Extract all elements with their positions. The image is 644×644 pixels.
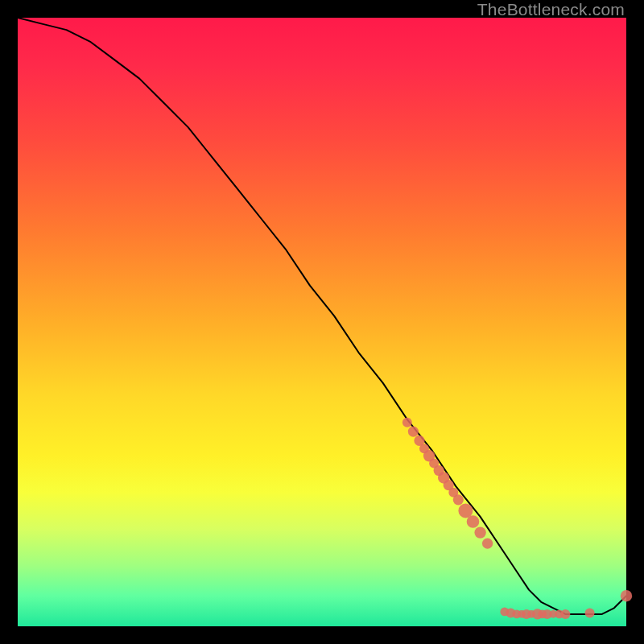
chart-svg: [18, 18, 626, 626]
scatter-markers: [402, 418, 632, 620]
scatter-marker: [482, 539, 493, 549]
scatter-marker: [467, 515, 480, 528]
scatter-marker: [402, 418, 412, 427]
chart-stage: TheBottleneck.com: [0, 0, 644, 644]
scatter-marker: [621, 590, 632, 601]
scatter-marker: [458, 503, 473, 518]
scatter-marker: [560, 609, 570, 619]
scatter-marker: [474, 526, 485, 538]
scatter-marker: [453, 494, 464, 505]
bottleneck-curve: [18, 18, 626, 614]
plot-area: [18, 18, 626, 626]
watermark-text: TheBottleneck.com: [477, 0, 625, 19]
scatter-marker: [408, 427, 419, 437]
scatter-marker: [585, 608, 595, 617]
